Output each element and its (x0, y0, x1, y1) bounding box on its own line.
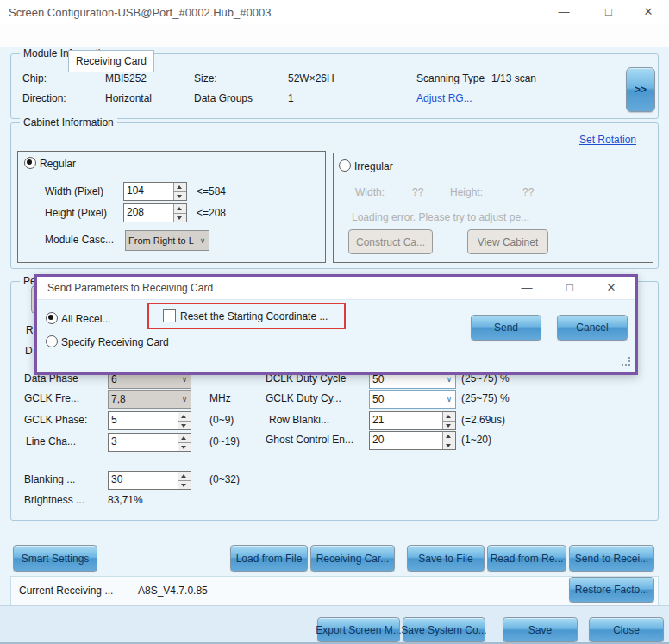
dialog-minimize-icon[interactable]: — (518, 279, 535, 297)
row-blanking-equiv: (=2,69us) (461, 414, 505, 426)
gclk-phase-field[interactable]: 5 (108, 411, 191, 430)
brightness-label: Brightness ... (24, 494, 84, 506)
gclk-phase-value: 5 (109, 412, 178, 429)
gclk-duty-cycle-value: 50 (370, 392, 443, 406)
window-titlebar: Screen Configuration-USB@Port_#0002.Hub_… (0, 0, 669, 24)
set-rotation-link[interactable]: Set Rotation (579, 134, 636, 146)
size-label: Size: (194, 72, 217, 84)
data-groups-label: Data Groups (194, 92, 253, 104)
all-receiving-cards-radio[interactable] (46, 312, 58, 324)
hidden-label-fragment-r: R (26, 324, 34, 336)
cabinet-information-title: Cabinet Information (20, 116, 117, 128)
dialog-maximize-icon[interactable]: □ (561, 279, 578, 297)
maximize-icon[interactable]: □ (600, 4, 617, 20)
gclk-frequency-value: 7,8 (109, 392, 178, 406)
scanning-type-value: 1/13 scan (491, 72, 536, 84)
gclk-duty-cycle-combo[interactable]: 50 ∨ (369, 390, 456, 409)
tab-strip: Sending Card Receiving Card Screen Conne… (0, 24, 669, 47)
gclk-duty-cycle-range: (25~75) % (461, 392, 510, 404)
chip-label: Chip: (22, 72, 47, 84)
minimize-icon[interactable]: — (555, 4, 572, 20)
line-change-field[interactable]: 3 (108, 433, 191, 452)
gclk-phase-spinner[interactable] (178, 412, 191, 429)
row-blanking-field[interactable]: 21 (369, 411, 456, 430)
gclk-frequency-unit: MHz (209, 392, 231, 404)
width-limit: <=584 (197, 185, 226, 197)
height-limit: <=208 (197, 207, 226, 219)
width-spinner[interactable] (173, 183, 186, 200)
irregular-radio[interactable] (339, 159, 351, 172)
current-receiving-label: Current Receiving ... (19, 585, 113, 597)
window-title: Screen Configuration-USB@Port_#0002.Hub_… (9, 6, 271, 19)
chevron-down-icon: ∨ (197, 236, 209, 245)
dialog-resize-grip[interactable] (622, 357, 630, 366)
blanking-value: 30 (109, 472, 178, 489)
line-change-range: (0~19) (209, 435, 240, 447)
gclk-frequency-combo[interactable]: 7,8 ∨ (108, 390, 191, 409)
export-screen-monitoring-button[interactable]: Export Screen M... (317, 617, 400, 642)
construct-cabinet-button[interactable]: Construct Ca... (348, 229, 433, 254)
regular-radio[interactable] (24, 157, 36, 169)
cancel-button[interactable]: Cancel (557, 315, 628, 341)
irregular-width-value: ?? (412, 186, 423, 198)
chip-value: MBI5252 (105, 72, 147, 84)
chevron-down-icon: ∨ (178, 395, 191, 403)
read-from-receiving-card-button[interactable]: Read from Re... (487, 545, 566, 572)
brightness-value: 83,71% (108, 494, 143, 506)
view-cabinet-button[interactable]: View Cabinet (467, 229, 548, 254)
line-change-spinner[interactable] (178, 434, 191, 451)
send-parameters-dialog-title: Send Parameters to Receiving Card (47, 282, 213, 294)
adjust-rg-link[interactable]: Adjust RG... (416, 92, 472, 104)
gclk-phase-label: GCLK Phase: (24, 414, 87, 426)
dialog-close-icon[interactable]: ✕ (603, 279, 620, 297)
ghost-control-label: Ghost Control En... (266, 434, 353, 446)
irregular-width-label: Width: (355, 186, 385, 198)
height-pixel-field[interactable]: 208 (123, 203, 187, 222)
line-change-label: Line Cha... (26, 435, 76, 447)
specify-receiving-card-radio[interactable] (46, 335, 58, 347)
height-pixel-label: Height (Pixel) (45, 207, 107, 219)
module-cascade-combo[interactable]: From Right to L ∨ (125, 230, 209, 251)
tab-receiving-card[interactable]: Receiving Card (68, 50, 154, 72)
height-pixel-value: 208 (124, 204, 173, 222)
send-button[interactable]: Send (471, 315, 541, 341)
height-spinner[interactable] (173, 204, 186, 222)
expand-module-info-button[interactable]: >> (626, 67, 655, 112)
gclk-frequency-label: GCLK Fre... (24, 392, 79, 404)
restore-factory-button[interactable]: Restore Facto... (569, 577, 654, 603)
send-to-receiving-card-button[interactable]: Send to Recei... (569, 545, 654, 572)
row-blanking-value: 21 (370, 412, 442, 429)
direction-value: Horizontal (105, 92, 152, 104)
size-value: 52W×26H (288, 72, 334, 84)
width-pixel-field[interactable]: 104 (123, 182, 187, 201)
load-from-file-button[interactable]: Load from File (230, 545, 308, 572)
module-cascade-label: Module Casc... (45, 234, 114, 246)
module-cascade-value: From Right to L (126, 234, 197, 247)
blanking-range: (0~32) (209, 473, 240, 485)
blanking-field[interactable]: 30 (108, 471, 191, 490)
width-pixel-label: Width (Pixel) (45, 185, 103, 197)
save-to-file-button[interactable]: Save to File (407, 545, 485, 572)
close-icon[interactable]: ✕ (640, 4, 657, 20)
save-button[interactable]: Save (503, 617, 578, 642)
save-system-config-button[interactable]: Save System Co... (403, 617, 485, 642)
ghost-control-spinner[interactable] (442, 432, 455, 449)
current-receiving-value: A8S_V4.7.0.85 (138, 585, 208, 597)
all-receiving-cards-label: All Recei... (61, 313, 110, 325)
irregular-height-value: ?? (522, 186, 534, 198)
ghost-control-value: 20 (370, 432, 442, 449)
blanking-spinner[interactable] (178, 472, 191, 489)
scanning-type-label: Scanning Type (416, 72, 485, 84)
close-button[interactable]: Close (589, 617, 664, 642)
chevron-down-icon: ∨ (443, 375, 455, 384)
smart-settings-button[interactable]: Smart Settings (13, 545, 97, 572)
ghost-control-field[interactable]: 20 (369, 431, 456, 450)
ghost-control-range: (1~20) (461, 434, 491, 446)
specify-receiving-card-label: Specify Receiving Card (61, 336, 169, 348)
chevron-down-icon: ∨ (443, 395, 455, 403)
gclk-duty-cycle-label: GCLK Duty Cy... (266, 392, 341, 404)
irregular-error-text: Loading error. Please try to adjust pe..… (352, 211, 529, 223)
receiving-card-is-file-button[interactable]: Receiving Car... (310, 545, 395, 572)
regular-label: Regular (40, 158, 76, 170)
row-blanking-spinner[interactable] (442, 412, 455, 429)
